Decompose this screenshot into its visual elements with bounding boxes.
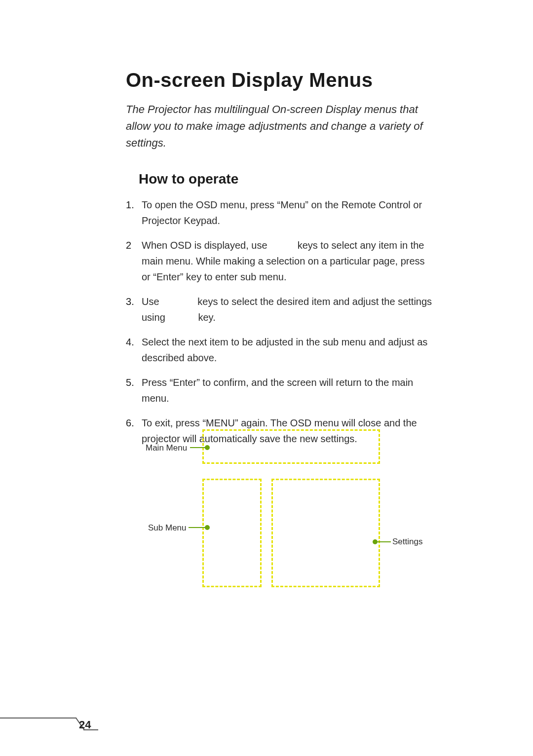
main-menu-label: Main Menu [146,443,187,453]
step-item: When OSD is displayed, use keys to selec… [126,237,442,285]
osd-menu-diagram: Main Menu Sub Menu Settings [99,429,454,627]
step-text: Press “Enter” to confirm, and the screen… [142,377,416,404]
steps-list: To open the OSD menu, press “Menu” on th… [126,197,442,447]
footer-rule [0,718,76,718]
step-item: Press “Enter” to confirm, and the screen… [126,375,442,406]
leader-dot-icon [205,445,210,450]
step-text: Select the next item to be adjusted in t… [142,337,430,363]
leader-dot-icon [205,525,210,530]
page-title: On-screen Display Menus [126,69,442,91]
sub-menu-box [202,479,262,587]
page-number: 24 [79,718,91,731]
section-heading: How to operate [139,171,442,187]
page-footer: 24 [0,718,99,737]
step-item: Select the next item to be adjusted in t… [126,334,442,366]
settings-label: Settings [392,537,422,547]
settings-box [271,479,380,587]
body-content: On-screen Display Menus The Projector ha… [126,69,442,455]
leader-dot-icon [373,539,378,544]
main-menu-box [202,429,380,464]
step-item: To open the OSD menu, press “Menu” on th… [126,197,442,228]
document-page: On-screen Display Menus The Projector ha… [0,0,533,756]
intro-paragraph: The Projector has multilingual On-screen… [126,101,442,151]
step-text: Use keys to select the desired item and … [142,296,435,323]
step-text: When OSD is displayed, use keys to selec… [142,240,447,282]
step-text: To open the OSD menu, press “Menu” on th… [142,199,425,226]
step-item: Use keys to select the desired item and … [126,294,442,325]
sub-menu-label: Sub Menu [148,523,187,533]
